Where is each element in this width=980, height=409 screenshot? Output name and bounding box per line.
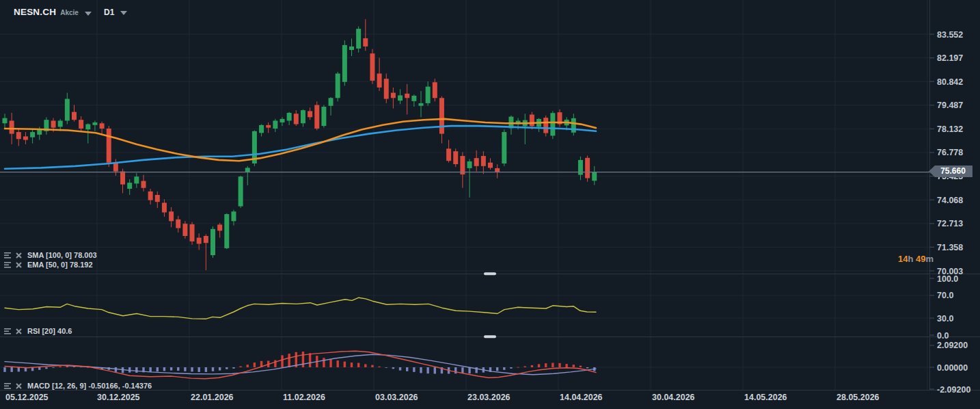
- symbol-header[interactable]: NESN.CH Akcie: [14, 7, 92, 17]
- legend-rsi: RSI [20] 40.6: [3, 327, 72, 335]
- indicator-settings-icon[interactable]: [3, 261, 12, 269]
- svg-text:22.01.2026: 22.01.2026: [191, 393, 234, 402]
- svg-text:0.0: 0.0: [937, 331, 949, 341]
- svg-text:74.068: 74.068: [937, 196, 963, 205]
- trading-chart-window: 83.55282.19780.84279.48778.13276.77875.4…: [0, 0, 980, 409]
- svg-text:03.03.2026: 03.03.2026: [375, 393, 418, 402]
- svg-text:71.358: 71.358: [937, 243, 963, 252]
- bar-countdown: 14h 49m: [888, 254, 934, 264]
- chart-canvas[interactable]: 83.55282.19780.84279.48778.13276.77875.4…: [0, 0, 980, 409]
- svg-text:79.487: 79.487: [937, 101, 963, 110]
- countdown-minutes: 49: [916, 254, 925, 264]
- timeframe-selector[interactable]: D1: [104, 8, 127, 17]
- legend-sma: SMA [100, 0] 78.003: [3, 251, 97, 259]
- close-icon[interactable]: [15, 328, 23, 335]
- svg-text:05.12.2025: 05.12.2025: [5, 393, 49, 402]
- svg-text:82.197: 82.197: [937, 53, 963, 63]
- svg-text:23.03.2026: 23.03.2026: [467, 393, 511, 402]
- timeframe-label: D1: [104, 8, 114, 17]
- svg-text:100.0: 100.0: [937, 274, 958, 284]
- svg-text:30.04.2026: 30.04.2026: [652, 393, 695, 402]
- indicator-settings-icon[interactable]: [3, 328, 12, 335]
- close-icon[interactable]: [15, 252, 23, 259]
- svg-text:14.05.2026: 14.05.2026: [744, 393, 787, 402]
- close-icon[interactable]: [15, 382, 23, 390]
- svg-text:30.0: 30.0: [937, 314, 953, 324]
- legend-ema-label: EMA [50, 0] 78.192: [27, 261, 93, 269]
- svg-text:0.00000: 0.00000: [937, 363, 968, 373]
- svg-text:72.713: 72.713: [937, 219, 963, 228]
- svg-text:78.132: 78.132: [937, 124, 963, 134]
- svg-text:30.12.2025: 30.12.2025: [97, 393, 140, 402]
- svg-text:70.0: 70.0: [937, 291, 953, 300]
- close-icon[interactable]: [15, 261, 23, 269]
- chevron-down-icon[interactable]: [85, 12, 92, 16]
- countdown-hours: 14: [898, 254, 908, 264]
- chevron-down-icon[interactable]: [120, 11, 127, 15]
- current-price-tag: 75.660: [929, 166, 972, 177]
- svg-text:2.09200: 2.09200: [937, 341, 968, 350]
- svg-text:80.842: 80.842: [937, 77, 963, 87]
- svg-text:76.778: 76.778: [937, 148, 963, 157]
- svg-text:11.02.2026: 11.02.2026: [283, 393, 325, 402]
- legend-ema: EMA [50, 0] 78.192: [3, 261, 93, 269]
- symbol-name: NESN.CH: [14, 7, 56, 17]
- legend-macd-label: MACD [12, 26, 9] -0.50166, -0.14376: [27, 382, 152, 390]
- indicator-settings-icon[interactable]: [3, 252, 12, 259]
- svg-text:-2.09200: -2.09200: [937, 385, 970, 395]
- indicator-settings-icon[interactable]: [3, 382, 12, 390]
- legend-macd: MACD [12, 26, 9] -0.50166, -0.14376: [3, 382, 152, 390]
- legend-rsi-label: RSI [20] 40.6: [27, 327, 72, 335]
- svg-text:28.05.2026: 28.05.2026: [836, 393, 880, 402]
- market-type-label: Akcie: [60, 9, 79, 16]
- legend-sma-label: SMA [100, 0] 78.003: [27, 251, 97, 259]
- svg-text:83.552: 83.552: [937, 30, 963, 40]
- svg-text:14.04.2026: 14.04.2026: [560, 393, 603, 402]
